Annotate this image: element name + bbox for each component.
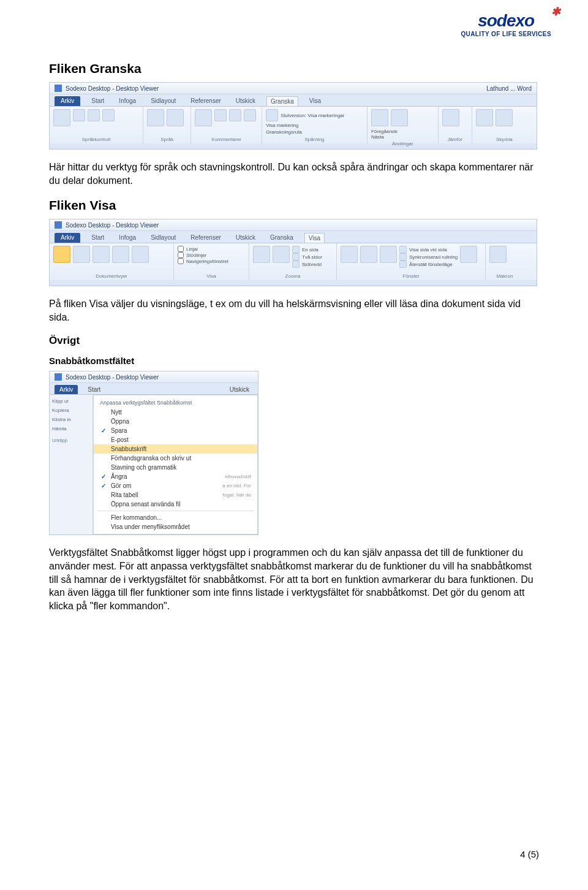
qat-item-forhandsgranska[interactable]: Förhandsgranska och skriv ut: [94, 454, 257, 463]
tab-infoga[interactable]: Infoga: [115, 233, 140, 243]
cut-button[interactable]: Klipp ut: [52, 398, 90, 404]
copy-button[interactable]: Kopiera: [52, 408, 90, 413]
sodexo-logo: sodexo ✱ QUALITY OF LIFE SERVICES: [461, 11, 551, 37]
window-title: Sodexo Desktop - Desktop Viewer: [66, 374, 159, 381]
switch-windows-icon[interactable]: [460, 246, 477, 263]
menu-title: Anpassa verktygsfältet Snabbåtkomst: [94, 398, 257, 408]
accept-icon[interactable]: [371, 109, 388, 126]
next-comment-icon[interactable]: [244, 109, 256, 121]
restrict-edit-icon[interactable]: [496, 109, 513, 126]
zoom-icon[interactable]: [253, 246, 270, 263]
group-label: Fönster: [341, 273, 481, 279]
word-icon: [55, 373, 62, 381]
qat-item-nytt[interactable]: Nytt: [94, 408, 257, 417]
tab-infoga[interactable]: Infoga: [115, 96, 140, 106]
side-by-side-icon[interactable]: [399, 246, 407, 253]
format-painter-button[interactable]: Hämta: [52, 426, 90, 432]
paste-button[interactable]: Klistra in: [52, 417, 90, 422]
page-number: 4 (5): [520, 849, 539, 859]
ruler-checkbox[interactable]: [178, 246, 184, 252]
prev-comment-icon[interactable]: [229, 109, 241, 121]
tab-sidlayout[interactable]: Sidlayout: [147, 96, 179, 106]
group-label: Språkkontroll: [53, 137, 139, 142]
tab-start[interactable]: Start: [88, 96, 108, 106]
qat-item-senast[interactable]: Öppna senast använda fil: [94, 500, 257, 509]
screenshot-qat-menu: Sodexo Desktop - Desktop Viewer Arkiv St…: [49, 371, 258, 535]
qat-item-oppna[interactable]: Öppna: [94, 417, 257, 426]
qat-item-gorom[interactable]: ✓Gör oma en bild. För: [94, 481, 257, 490]
tab-utskick[interactable]: Utskick: [226, 385, 253, 394]
tab-referenser[interactable]: Referenser: [187, 96, 224, 106]
synonym-icon[interactable]: [88, 109, 100, 121]
wordcount-icon[interactable]: [102, 109, 115, 121]
menu-separator: [97, 511, 254, 511]
window-title: Sodexo Desktop - Desktop Viewer: [66, 222, 159, 229]
outline-icon[interactable]: [112, 246, 129, 263]
web-layout-icon[interactable]: [92, 246, 110, 263]
draft-icon[interactable]: [132, 246, 149, 263]
macros-icon[interactable]: [489, 246, 507, 263]
one-page-icon[interactable]: [292, 246, 300, 253]
block-authors-icon[interactable]: [476, 109, 493, 126]
body-text-visa: På fliken Visa väljer du visningsläge, t…: [49, 297, 539, 324]
window-titlebar: Sodexo Desktop - Desktop Viewer: [50, 371, 258, 383]
tab-sidlayout[interactable]: Sidlayout: [147, 233, 179, 243]
qat-item-angra[interactable]: ✓Ångraidhuvud/sidf: [94, 472, 257, 481]
language-icon[interactable]: [167, 109, 184, 126]
tab-arkiv[interactable]: Arkiv: [55, 385, 78, 394]
print-layout-icon[interactable]: [53, 246, 70, 263]
translate-icon[interactable]: [147, 109, 164, 126]
qat-item-stavning[interactable]: Stavning och grammatik: [94, 463, 257, 472]
sync-scroll-icon[interactable]: [399, 253, 407, 261]
tab-start[interactable]: Start: [88, 233, 108, 243]
two-pages-icon[interactable]: [292, 253, 300, 261]
ribbon-tabs: Arkiv Start Infoga Sidlayout Referenser …: [50, 231, 537, 243]
qat-item-snabbutskrift[interactable]: Snabbutskrift: [94, 444, 257, 454]
gridlines-checkbox[interactable]: [178, 252, 184, 258]
body-text-granska: Här hittar du verktyg för språk och stav…: [49, 161, 539, 187]
arrange-all-icon[interactable]: [360, 246, 377, 263]
reject-icon[interactable]: [391, 109, 408, 126]
reset-window-icon[interactable]: [399, 261, 407, 268]
group-label: Skydda: [476, 137, 533, 142]
tab-visa[interactable]: Visa: [304, 233, 325, 243]
qat-item-epost[interactable]: E-post: [94, 435, 257, 444]
group-label: Jämför: [442, 137, 468, 142]
spellcheck-icon[interactable]: [53, 109, 70, 126]
qat-item-spara[interactable]: ✓Spara: [94, 426, 257, 435]
track-changes-icon[interactable]: [266, 109, 278, 121]
new-window-icon[interactable]: [341, 246, 358, 263]
tab-granska[interactable]: Granska: [266, 233, 297, 243]
reference-icon[interactable]: [73, 109, 85, 121]
qat-item-fler-kommandon[interactable]: Fler kommandon...: [94, 513, 257, 522]
group-label: Språk: [147, 137, 187, 142]
qat-item-visa-under[interactable]: Visa under menyfliksområdet: [94, 522, 257, 531]
group-label: Ändringar: [371, 141, 434, 146]
zoom-100-icon[interactable]: [273, 246, 290, 263]
tab-arkiv[interactable]: Arkiv: [55, 233, 80, 243]
heading-snabbatkomst: Snabbåtkomstfältet: [49, 356, 539, 366]
group-label: Zooma: [253, 273, 333, 279]
tab-referenser[interactable]: Referenser: [187, 233, 224, 243]
heading-fliken-visa: Fliken Visa: [49, 198, 539, 213]
split-icon[interactable]: [380, 246, 397, 263]
page-width-icon[interactable]: [292, 261, 300, 268]
clipboard-group: Klipp ut Kopiera Klistra in Hämta Urklip…: [50, 395, 93, 534]
tab-utskick[interactable]: Utskick: [232, 233, 259, 243]
qat-item-ritatabell[interactable]: Rita tabellfogat. När du: [94, 490, 257, 500]
delete-comment-icon[interactable]: [214, 109, 227, 121]
tab-granska[interactable]: Granska: [266, 96, 298, 106]
navpane-checkbox[interactable]: [178, 258, 184, 264]
fullscreen-read-icon[interactable]: [73, 246, 90, 263]
heading-fliken-granska: Fliken Granska: [49, 61, 539, 76]
logo-tagline: QUALITY OF LIFE SERVICES: [461, 31, 551, 37]
screenshot-ribbon-granska: Sodexo Desktop - Desktop Viewer Lathund …: [49, 82, 537, 150]
tab-utskick[interactable]: Utskick: [232, 96, 259, 106]
compare-icon[interactable]: [442, 109, 459, 126]
tab-start[interactable]: Start: [84, 385, 104, 394]
group-label: Makron: [489, 273, 520, 279]
tab-visa[interactable]: Visa: [306, 96, 325, 106]
tab-arkiv[interactable]: Arkiv: [55, 96, 80, 106]
heading-ovrigt: Övrigt: [49, 335, 539, 347]
new-comment-icon[interactable]: [195, 109, 212, 126]
